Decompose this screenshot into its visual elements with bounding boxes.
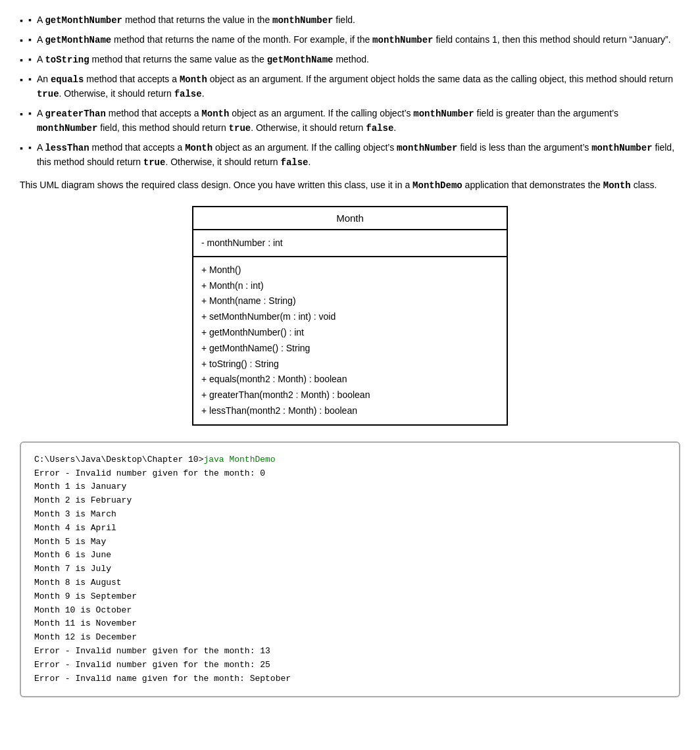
uml-method-item: + Month(name : String) — [201, 293, 499, 309]
uml-method-item: + setMonthNumber(m : int) : void — [201, 309, 499, 325]
terminal-output-line: Month 6 is June — [34, 549, 666, 562]
bullet-item-equals: ▪An equals method that accepts a Month o… — [20, 72, 680, 101]
terminal-output-line: Month 4 is April — [34, 522, 666, 536]
bullet-text: A getMonthNumber method that returns the… — [37, 13, 680, 28]
bullet-marker: ▪ — [28, 53, 32, 66]
bullet-marker: ▪ — [28, 13, 32, 27]
terminal-output-line: Month 9 is September — [34, 590, 666, 604]
uml-method-item: + greaterThan(month2 : Month) : boolean — [201, 388, 499, 403]
uml-method-item: + equals(month2 : Month) : boolean — [201, 372, 499, 388]
month-demo-link: MonthDemo — [413, 180, 463, 191]
bullet-item-lessThan: ▪A lessThan method that accepts a Month … — [20, 141, 680, 170]
bullet-marker: ▪ — [28, 33, 32, 47]
bullet-item-toString: ▪A toString method that returns the same… — [20, 53, 680, 67]
uml-method-item: + lessThan(month2 : Month) : boolean — [201, 403, 499, 419]
uml-method-item: + getMonthNumber() : int — [201, 325, 499, 341]
bullet-text: A toString method that returns the same … — [37, 53, 680, 67]
terminal-output-line: Month 7 is July — [34, 562, 666, 576]
uml-method-item: + Month(n : int) — [201, 278, 499, 294]
terminal-output-line: Month 8 is August — [34, 576, 666, 590]
terminal-command: java MonthDemo — [203, 455, 275, 464]
terminal-output-line: Error - Invalid number given for the mon… — [34, 645, 666, 659]
month-class-ref: Month — [603, 180, 631, 191]
terminal-box: C:\Users\Java\Desktop\Chapter 10>java Mo… — [20, 441, 680, 698]
bullet-marker: ▪ — [28, 141, 32, 155]
uml-title: Month — [193, 207, 507, 230]
bullet-text: A lessThan method that accepts a Month o… — [37, 141, 680, 170]
terminal-output-line: Error - Invalid number given for the mon… — [34, 467, 666, 481]
description-paragraph: This UML diagram shows the required clas… — [20, 178, 680, 193]
bullet-text: An equals method that accepts a Month ob… — [37, 72, 680, 101]
terminal-output-line: Month 12 is December — [34, 631, 666, 645]
bullet-marker: ▪ — [28, 72, 32, 86]
terminal-output-line: Error - Invalid name given for the month… — [34, 672, 666, 686]
terminal-output-line: Month 5 is May — [34, 536, 666, 549]
bullet-text: A greaterThan method that accepts a Mont… — [37, 107, 680, 136]
terminal-output-line: Month 10 is October — [34, 604, 666, 618]
bullet-list: ▪A getMonthNumber method that returns th… — [20, 13, 680, 170]
content-area: ▪A getMonthNumber method that returns th… — [20, 13, 680, 697]
uml-methods: + Month()+ Month(n : int)+ Month(name : … — [193, 257, 507, 424]
uml-container: Month - monthNumber : int + Month()+ Mon… — [20, 206, 680, 425]
terminal-output-line: Month 3 is March — [34, 508, 666, 522]
uml-diagram: Month - monthNumber : int + Month()+ Mon… — [192, 206, 508, 425]
uml-method-item: + getMonthName() : String — [201, 341, 499, 357]
uml-fields: - monthNumber : int — [193, 230, 507, 257]
bullet-marker: ▪ — [28, 107, 32, 120]
uml-method-item: + Month() — [201, 262, 499, 278]
terminal-output-line: Month 11 is November — [34, 617, 666, 631]
bullet-item-getMonthNumber: ▪A getMonthNumber method that returns th… — [20, 13, 680, 28]
terminal-output-line: Error - Invalid number given for the mon… — [34, 659, 666, 672]
uml-method-item: + toString() : String — [201, 357, 499, 372]
terminal-path: C:\Users\Java\Desktop\Chapter 10> — [34, 455, 203, 464]
bullet-item-getMonthName: ▪A getMonthName method that returns the … — [20, 33, 680, 47]
bullet-text: A getMonthName method that returns the n… — [37, 33, 680, 47]
terminal-command-line: C:\Users\Java\Desktop\Chapter 10>java Mo… — [34, 453, 666, 467]
terminal-output-line: Month 1 is January — [34, 480, 666, 494]
terminal-output-line: Month 2 is February — [34, 494, 666, 508]
terminal-output: Error - Invalid number given for the mon… — [34, 467, 666, 686]
bullet-item-greaterThan: ▪A greaterThan method that accepts a Mon… — [20, 107, 680, 136]
